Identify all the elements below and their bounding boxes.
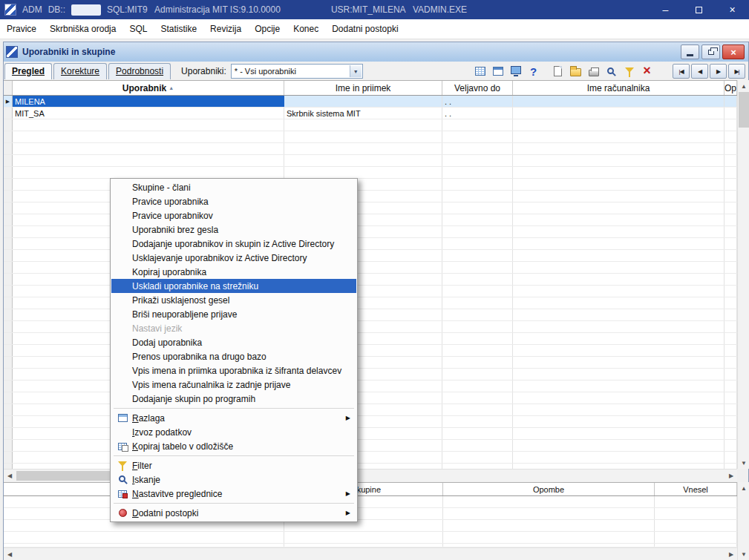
cell-veljavno_do[interactable] [442,440,513,451]
cell-veljavno_do[interactable] [442,333,513,344]
cell-veljavno_do[interactable] [442,392,513,403]
cell[interactable] [655,496,737,507]
scroll-right-icon[interactable]: ▶ [725,548,737,560]
cell-op[interactable] [725,202,737,214]
cell-op[interactable] [725,250,737,261]
column-header-veljavno-do[interactable]: Veljavno do [442,81,513,95]
cell-ime_racunalnika[interactable] [513,96,725,107]
cell-uporabnik[interactable] [13,155,284,166]
cell[interactable] [443,496,655,507]
menu-item-vpis-imena-in-priimka-uporabnika-iz-sifranta-delavcev[interactable]: Vpis imena in priimka uporabnika iz šifr… [111,363,356,378]
cell-veljavno_do[interactable] [442,131,513,142]
cell-ime_racunalnika[interactable] [513,274,725,285]
cell-ime_racunalnika[interactable] [513,119,725,131]
cell-op[interactable] [725,96,737,107]
cell-veljavno_do[interactable] [442,274,513,285]
cell-veljavno_do[interactable] [442,345,513,356]
cell-uporabnik[interactable] [13,167,284,178]
menu-item-nastavitve-preglednice[interactable]: Nastavitve preglednice▶ [111,487,356,501]
cell-ime_racunalnika[interactable] [513,321,725,332]
minimize-button[interactable]: – [649,0,682,19]
menubar-item-opcije[interactable]: Opcije [248,20,287,38]
menu-item-uskladi-uporabnike-na-strezniku[interactable]: Uskladi uporabnike na strežniku [111,279,356,293]
cell-veljavno_do[interactable] [442,452,513,463]
cell-ime_racunalnika[interactable] [513,381,725,392]
cell-veljavno_do[interactable] [442,464,513,469]
cell-op[interactable] [725,179,737,190]
cell-ime_racunalnika[interactable] [513,404,725,415]
cell-ime_racunalnika[interactable] [513,143,725,154]
column-header-ime-racunalnika[interactable]: Ime računalnika [513,81,725,95]
cell-op[interactable] [725,357,737,368]
cell-ime_racunalnika[interactable] [513,202,725,214]
cell-ime_racunalnika[interactable] [513,392,725,403]
cell-veljavno_do[interactable] [442,416,513,427]
menu-item-dodatni-postopki[interactable]: Dodatni postopki▶ [111,506,356,520]
cell-veljavno_do[interactable] [442,179,513,190]
cell-ime_racunalnika[interactable] [513,238,725,249]
cell-ime_racunalnika[interactable] [513,452,725,463]
scroll-left-icon[interactable]: ◀ [4,470,16,481]
cell-ime_racunalnika[interactable] [513,345,725,356]
cell[interactable] [655,520,737,531]
cell[interactable] [284,532,443,543]
cell-op[interactable] [725,452,737,463]
maximize-button[interactable] [682,0,716,19]
cell-ime_racunalnika[interactable] [513,214,725,225]
cell-op[interactable] [725,416,737,427]
menubar-item-statistike[interactable]: Statistike [154,20,203,38]
cell-ime_in_priimek[interactable] [284,119,442,131]
cell-veljavno_do[interactable] [442,321,513,332]
cell-op[interactable] [725,345,737,356]
cell-uporabnik[interactable]: MIT_SA [13,108,284,119]
menu-item-razlaga[interactable]: Razlaga▶ [111,411,356,425]
cell-ime_racunalnika[interactable] [513,226,725,237]
groups-table-vscrollbar[interactable]: ▲ ▼ [737,482,749,560]
table-row[interactable] [4,544,737,547]
cell-ime_racunalnika[interactable] [513,357,725,368]
cell-ime_racunalnika[interactable] [513,297,725,309]
users-filter-combobox[interactable]: * - Vsi uporabniki ▼ [231,64,363,79]
child-close-button[interactable]: × [722,45,745,59]
users-table-vscrollbar[interactable]: ▲ ▼ [737,80,749,469]
cell-veljavno_do[interactable] [442,297,513,309]
cell-ime_racunalnika[interactable] [513,440,725,451]
table-row[interactable]: MIT_SASkrbnik sistema MIT. . [4,108,737,119]
print-icon-button[interactable] [586,64,601,79]
cell-op[interactable] [725,155,737,166]
table-row[interactable] [4,167,737,179]
menu-item-iskanje[interactable]: Iskanje [111,472,356,487]
cell-op[interactable] [725,262,737,273]
first-record-button[interactable]: |◀ [673,64,690,79]
cell-veljavno_do[interactable] [442,238,513,249]
cell-ime_racunalnika[interactable] [513,369,725,380]
cell-op[interactable] [725,167,737,178]
cell-veljavno_do[interactable] [442,428,513,439]
child-restore-button[interactable] [701,45,720,59]
cell-ime_racunalnika[interactable] [513,155,725,166]
cell-veljavno_do[interactable]: . . [442,108,513,119]
cell-ime_racunalnika[interactable] [513,108,725,119]
filter-icon-button[interactable] [621,64,637,79]
cell-veljavno_do[interactable] [442,191,513,202]
cell-op[interactable] [725,381,737,392]
cell[interactable] [655,544,737,547]
cell-op[interactable] [725,333,737,344]
menubar-item-sql[interactable]: SQL [122,20,154,38]
cell[interactable] [655,508,737,519]
cell[interactable] [443,532,655,543]
cell-veljavno_do[interactable] [442,381,513,392]
cell-veljavno_do[interactable] [442,226,513,237]
cell-veljavno_do[interactable] [442,202,513,214]
table-row[interactable] [4,143,737,155]
cell-op[interactable] [725,309,737,320]
cell-op[interactable] [725,226,737,237]
groups-column-header-vnesel[interactable]: Vnesel [655,483,737,495]
close-button[interactable]: × [716,0,749,19]
table-row[interactable] [4,119,737,131]
menu-item-pravice-uporabnikov[interactable]: Pravice uporabnikov [111,208,356,223]
cell-ime_in_priimek[interactable] [284,131,442,142]
cell-op[interactable] [725,404,737,415]
menu-item-dodajanje-uporabnikov-in-skupin-iz-active-directory[interactable]: Dodajanje uporabnikov in skupin iz Activ… [111,237,356,251]
cell-veljavno_do[interactable] [442,143,513,154]
